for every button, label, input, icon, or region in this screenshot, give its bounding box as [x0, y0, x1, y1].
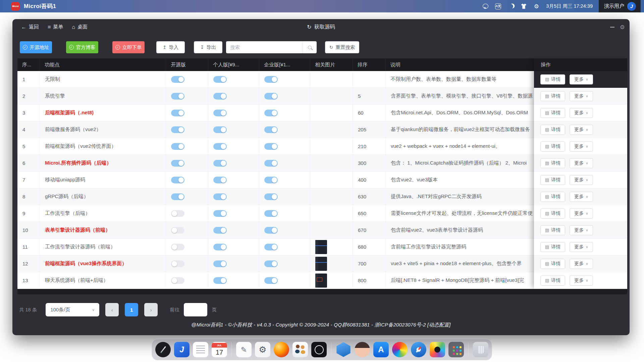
export-button[interactable]: ↧ 导出 [194, 41, 222, 53]
pixelmator-dock-icon[interactable] [430, 342, 445, 357]
firefox-dock-icon[interactable] [274, 342, 289, 357]
detail-button[interactable]: ▤详情 [540, 225, 565, 235]
related-image-thumbnail[interactable] [315, 274, 327, 288]
photos-dock-icon[interactable] [392, 342, 408, 357]
detail-button[interactable]: ▤详情 [540, 276, 565, 286]
toggle-enterprise-on[interactable] [264, 177, 278, 183]
toggle-personal-on[interactable] [213, 76, 227, 83]
toggle-enterprise-on[interactable] [264, 76, 278, 83]
toggle-open-off[interactable] [171, 260, 184, 267]
toggle-open-on[interactable] [171, 93, 184, 100]
calendar-dock-icon[interactable]: JUL17 [212, 342, 227, 357]
more-button[interactable]: 更多 ∨ [570, 192, 593, 202]
more-button[interactable]: 更多 ∨ [570, 276, 593, 286]
toggle-personal-on[interactable] [213, 177, 227, 183]
more-button[interactable]: 更多 ∨ [570, 259, 593, 269]
more-button[interactable]: 更多 ∨ [570, 141, 593, 152]
more-button[interactable]: 更多 ∨ [570, 108, 593, 118]
toggle-enterprise-on[interactable] [264, 227, 278, 234]
text-editor-dock-icon[interactable] [236, 342, 252, 357]
horizontal-scrollbar[interactable] [17, 289, 627, 294]
toggle-enterprise-on[interactable] [264, 160, 278, 167]
window-settings-icon[interactable]: ⚙ [620, 24, 625, 31]
settings-icon[interactable]: ⚙ [530, 0, 543, 12]
app-store-dock-icon[interactable] [373, 342, 389, 357]
toggle-enterprise-on[interactable] [264, 210, 278, 217]
app-logo[interactable]: Microi [11, 2, 20, 11]
more-button[interactable]: 更多 ∨ [570, 91, 593, 101]
refresh-icon[interactable]: ↻ [307, 24, 311, 30]
import-button[interactable]: ↥ 导入 [156, 41, 185, 53]
toggle-open-on[interactable] [171, 160, 184, 167]
detail-button[interactable]: ▤详情 [540, 208, 565, 219]
more-button[interactable]: 更多 ∨ [570, 158, 593, 168]
aperture-dock-icon[interactable] [311, 342, 327, 357]
search-input[interactable] [226, 45, 303, 50]
chat-icon[interactable] [479, 0, 492, 12]
page-size-select[interactable]: 100条/页 ∨ [46, 303, 99, 316]
toggle-open-off[interactable] [171, 277, 184, 284]
detail-button[interactable]: ▤详情 [540, 125, 565, 135]
toggle-enterprise-on[interactable] [264, 126, 278, 133]
back-button[interactable]: ← 返回 [21, 24, 39, 30]
detail-button[interactable]: ▤详情 [540, 108, 565, 118]
toggle-personal-on[interactable] [213, 110, 227, 116]
detail-button[interactable]: ▤详情 [540, 141, 565, 152]
detail-button[interactable]: ▤详情 [540, 91, 565, 101]
more-button[interactable]: 更多 ∨ [570, 125, 593, 135]
search-button[interactable] [303, 41, 317, 53]
related-image-thumbnail[interactable] [315, 257, 327, 271]
taskbar-clock[interactable]: 3月5日 周三 17:24:39 [546, 3, 593, 9]
toggle-enterprise-on[interactable] [264, 244, 278, 250]
dark-mode-icon[interactable] [504, 0, 517, 12]
open-source-button[interactable]: ✓ 开源地址 [20, 41, 52, 53]
detail-button[interactable]: ▤详情 [540, 259, 565, 269]
toggle-open-on[interactable] [171, 193, 184, 200]
safari-dock-icon[interactable] [411, 342, 426, 357]
detail-button[interactable]: ▤详情 [540, 74, 565, 84]
related-image-thumbnail[interactable] [315, 240, 327, 254]
toggle-enterprise-on[interactable] [264, 143, 278, 150]
current-page-button[interactable]: 1 [125, 303, 138, 316]
avatar-girl-dock-icon[interactable] [355, 342, 370, 357]
toggle-personal-on[interactable] [213, 126, 227, 133]
toggle-open-off[interactable] [171, 227, 184, 234]
more-button[interactable]: 更多 ∨ [570, 74, 593, 84]
toggle-personal-on[interactable] [213, 143, 227, 150]
order-now-button[interactable]: ✓ 立即下单 [112, 41, 145, 53]
detail-button[interactable]: ▤详情 [540, 175, 565, 185]
pen-tool-dock-icon[interactable] [155, 342, 171, 357]
goto-page-input[interactable] [184, 303, 207, 316]
toggle-open-off[interactable] [171, 210, 184, 217]
menu-button[interactable]: ≡ 菜单 [48, 24, 63, 30]
next-page-button[interactable]: › [144, 303, 158, 316]
more-button[interactable]: 更多 ∨ [570, 225, 593, 235]
desktop-button[interactable]: ⌂ 桌面 [72, 24, 88, 30]
toggle-personal-on[interactable] [213, 244, 227, 250]
toggle-open-on[interactable] [171, 76, 184, 83]
launchpad-dock-icon[interactable] [448, 342, 464, 357]
settings-gears-dock-icon[interactable] [255, 342, 270, 357]
toggle-open-off[interactable] [171, 244, 184, 250]
detail-button[interactable]: ▤详情 [540, 192, 565, 202]
toggle-enterprise-on[interactable] [264, 260, 278, 267]
notes-dock-icon[interactable] [193, 342, 208, 357]
toggle-open-on[interactable] [171, 110, 184, 116]
prev-page-button[interactable]: ‹ [105, 303, 119, 316]
toggle-open-on[interactable] [171, 143, 184, 150]
toggle-enterprise-on[interactable] [264, 93, 278, 100]
detail-button[interactable]: ▤详情 [540, 158, 565, 168]
toggle-enterprise-on[interactable] [264, 110, 278, 116]
toggle-personal-on[interactable] [213, 160, 227, 167]
toggle-personal-on[interactable] [213, 210, 227, 217]
toggle-enterprise-on[interactable] [264, 277, 278, 284]
trash-dock-icon[interactable] [473, 342, 488, 357]
gem-dock-icon[interactable] [336, 342, 351, 357]
more-button[interactable]: 更多 ∨ [570, 242, 593, 252]
toggle-personal-on[interactable] [213, 260, 227, 267]
toggle-enterprise-on[interactable] [264, 193, 278, 200]
theme-icon[interactable] [517, 0, 530, 12]
minimize-button[interactable] [610, 27, 614, 27]
translate-icon[interactable]: A文 [492, 0, 504, 12]
detail-button[interactable]: ▤详情 [540, 242, 565, 252]
